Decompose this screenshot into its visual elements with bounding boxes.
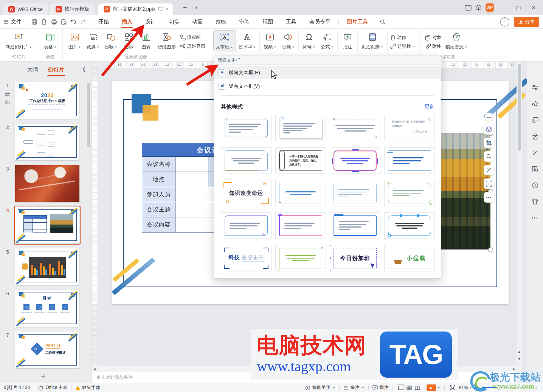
menu-item-horizontal-textbox[interactable]: A 横向文本框(H): [214, 66, 441, 79]
sidebar-star-button[interactable]: [531, 99, 540, 108]
add-slide-button[interactable]: ＋: [39, 371, 47, 381]
tab-tools[interactable]: 工具: [279, 15, 303, 29]
style-rounded-blue[interactable]: ✎: [221, 115, 272, 141]
new-tab-button[interactable]: +: [179, 3, 191, 12]
slide-list-item[interactable]: 1 2023 工作总结汇报PPT模板: [0, 82, 86, 119]
smartart-button[interactable]: 智能图形: [155, 30, 178, 51]
hyperlink-button[interactable]: 超链接▼: [390, 43, 416, 50]
attachment-button[interactable]: 附件: [425, 43, 441, 50]
vertical-scrollbar[interactable]: ▲ ▼: [517, 62, 522, 383]
icons-button[interactable]: 图标: [120, 30, 138, 51]
scrollbar-thumb[interactable]: [518, 64, 521, 151]
slide-list-item[interactable]: 4: [0, 207, 86, 243]
tab-design[interactable]: 设计: [139, 15, 162, 29]
close-button[interactable]: ×: [528, 3, 539, 12]
mindmap-button[interactable]: 思维导图: [180, 43, 205, 50]
style-overtime-selection[interactable]: 今日份加班: [330, 245, 380, 271]
table-cell[interactable]: [175, 172, 208, 187]
menu-item-vertical-textbox[interactable]: A 竖向文本框(V): [214, 80, 441, 92]
style-gradient-purple[interactable]: [221, 212, 272, 239]
slide-thumbnail[interactable]: 2023 工作总结汇报PPT模板: [15, 82, 79, 119]
slide-sorter-view-button[interactable]: [405, 384, 413, 391]
split-view-icon[interactable]: [465, 5, 472, 11]
style-tech-brackets[interactable]: 科技改变未来: [221, 245, 272, 271]
ribbon-search-icon[interactable]: [378, 17, 388, 26]
sidebar-docer-button[interactable]: [531, 132, 540, 141]
window-tab-docer[interactable]: ❧ 找稻壳模板: [50, 3, 95, 15]
comment-button[interactable]: 批注: [339, 30, 356, 51]
slide-list-item[interactable]: 7 01 PART 01 工作情况概述: [0, 332, 86, 368]
style-scroll-black[interactable]: 一草一木都比人更有说服力的老师，真实、自然、活在当下。: [275, 147, 326, 174]
sidebar-collapse-handle-button[interactable]: —: [531, 67, 540, 76]
present-monitor-icon[interactable]: [158, 7, 163, 11]
document-tab[interactable]: P 演示文稿素材2.pptx: [98, 3, 173, 15]
theme-indicator[interactable]: Office 主题: [38, 384, 67, 391]
slide-thumbnail[interactable]: 01 PART 01 工作情况概述: [15, 332, 79, 368]
wordart-button[interactable]: A 艺术字▼: [236, 30, 259, 51]
float-magnifier-button[interactable]: [484, 151, 494, 162]
tab-view[interactable]: 视图: [256, 15, 279, 29]
panel-collapse-icon[interactable]: ❮: [82, 66, 86, 72]
slide-thumbnail[interactable]: ▪▪▪: [15, 248, 79, 285]
minimize-button[interactable]: —: [498, 3, 509, 12]
missing-font-warning[interactable]: 缺失字体: [76, 384, 100, 391]
tab-list-chevron[interactable]: ▼: [191, 3, 202, 12]
sidebar-help-button[interactable]: ?: [531, 181, 540, 190]
float-collapse-button[interactable]: —: [485, 113, 493, 121]
style-plain-selection[interactable]: [330, 115, 380, 141]
textbox-button[interactable]: A 文本框▲: [213, 30, 236, 51]
output-button[interactable]: [39, 17, 49, 26]
next-slide-button[interactable]: ▼: [518, 357, 521, 361]
sidebar-skin-button[interactable]: [531, 197, 540, 206]
chart-button[interactable]: 图表: [138, 30, 155, 51]
play-slideshow-button[interactable]: ▶: [427, 384, 436, 391]
slide-list-item[interactable]: 2: [0, 124, 86, 160]
previous-slide-button[interactable]: ▲: [518, 350, 521, 353]
style-paperclip-note[interactable]: [275, 115, 326, 141]
tab-picture-tools[interactable]: 图片工具: [340, 15, 374, 29]
formula-button[interactable]: x 公式▼: [318, 30, 336, 51]
style-scroll-blue[interactable]: [221, 147, 272, 174]
style-tech-pink[interactable]: [330, 147, 380, 174]
style-music-pink[interactable]: [275, 212, 326, 239]
comment-status-button[interactable]: 批注: [372, 384, 389, 391]
table-cell[interactable]: [175, 157, 208, 172]
float-extract-text-button[interactable]: T: [484, 178, 494, 189]
slide-thumbnail[interactable]: 目录 01 02 03 04: [15, 290, 79, 327]
symbol-button[interactable]: Ω 符号▼: [300, 30, 318, 51]
header-footer-button[interactable]: 页眉页脚▼: [359, 30, 386, 51]
print-button[interactable]: [49, 17, 59, 26]
share-button[interactable]: 分享: [514, 17, 539, 27]
slide-thumbnail[interactable]: [15, 207, 79, 243]
float-crop-button[interactable]: [484, 138, 494, 148]
audio-button[interactable]: 音频▼: [279, 30, 297, 51]
table-button[interactable]: 表格▼: [41, 30, 59, 51]
sidebar-layout-button[interactable]: [531, 116, 540, 125]
save-button[interactable]: [29, 17, 39, 26]
sidebar-wand-button[interactable]: [531, 148, 540, 157]
window-tab-wps-office[interactable]: W WPS Office: [3, 3, 48, 15]
sidebar-book-search-button[interactable]: [531, 164, 540, 174]
style-border-blue[interactable]: ↪: [275, 180, 326, 206]
print-preview-button[interactable]: [59, 17, 69, 26]
style-folded-quote[interactable]: 优秀是一种习惯，而不仅仅是一次的表现。——亚里士多德: [384, 115, 435, 141]
style-green-poem[interactable]: ⌁⌁: [275, 245, 326, 271]
style-headphone-blue[interactable]: [384, 212, 435, 239]
tab-transition[interactable]: 切换: [162, 15, 186, 29]
slide-list-item[interactable]: 5 ▪▪▪: [0, 248, 86, 285]
smart-beautify-button[interactable]: 智能美化▼: [305, 384, 335, 391]
maximize-button[interactable]: ▢: [513, 3, 524, 12]
style-tech-lightblue[interactable]: [330, 180, 380, 206]
slide-list-item[interactable]: 6 目录 01 02 03 04: [0, 290, 86, 327]
style-green-round[interactable]: ❦❦: [384, 180, 435, 206]
float-more-button[interactable]: •••: [484, 192, 494, 203]
style-folder-tab[interactable]: [330, 212, 380, 239]
flowchart-button[interactable]: 流程图: [180, 34, 205, 41]
tab-slides[interactable]: 幻灯片: [48, 66, 65, 73]
tab-animation[interactable]: 动画: [186, 15, 209, 29]
new-slide-button[interactable]: 新建幻灯片▼: [3, 30, 35, 51]
undo-button[interactable]: [69, 17, 79, 26]
tab-home[interactable]: 开始: [92, 15, 115, 29]
slide-thumbnail[interactable]: [15, 124, 79, 160]
screenshot-button[interactable]: 截屏▼: [84, 30, 102, 51]
